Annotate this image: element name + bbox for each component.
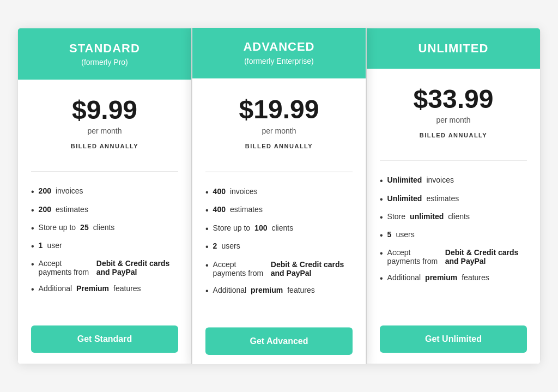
- plan-header-advanced: ADVANCED(formerly Enterprise): [192, 28, 366, 79]
- cta-button-advanced[interactable]: Get Advanced: [205, 327, 353, 355]
- feature-item-advanced-3: 2 users: [205, 238, 353, 256]
- cta-button-standard[interactable]: Get Standard: [31, 325, 178, 353]
- pricing-container: STANDARD(formerly Pro)$9.99per monthBILL…: [17, 28, 541, 365]
- price-section-standard: $9.99per monthBILLED ANNUALLY: [31, 96, 178, 150]
- plan-footer-standard: Get Standard: [18, 315, 191, 364]
- feature-item-standard-0: 200 invoices: [31, 183, 178, 201]
- feature-highlight-unlimited-4: Debit & Credit cards and PayPal: [445, 248, 527, 266]
- feature-item-unlimited-4: Accept payments from Debit & Credit card…: [380, 244, 527, 269]
- billing-label-advanced: BILLED ANNUALLY: [205, 142, 353, 149]
- price-section-unlimited: $33.99per monthBILLED ANNUALLY: [380, 85, 527, 139]
- feature-item-unlimited-0: Unlimited invoices: [380, 172, 527, 190]
- price-amount-standard: $9.99: [31, 96, 178, 125]
- plan-card-unlimited: UNLIMITED$33.99per monthBILLED ANNUALLYU…: [366, 28, 541, 365]
- plan-name-unlimited: UNLIMITED: [378, 41, 529, 56]
- feature-highlight-standard-5: Premium: [76, 284, 109, 293]
- feature-item-unlimited-5: Additional premium features: [380, 269, 527, 287]
- plan-header-standard: STANDARD(formerly Pro): [18, 28, 191, 80]
- plan-body-standard: $9.99per monthBILLED ANNUALLY200 invoice…: [18, 80, 191, 315]
- feature-highlight-advanced-5: premium: [251, 285, 283, 294]
- divider-standard: [31, 171, 178, 172]
- plan-footer-unlimited: Get Unlimited: [367, 315, 540, 364]
- feature-item-advanced-1: 400 estimates: [205, 201, 353, 220]
- plan-header-unlimited: UNLIMITED: [367, 28, 540, 69]
- feature-item-standard-5: Additional Premium features: [31, 280, 178, 298]
- feature-item-advanced-2: Store up to 100 clients: [205, 219, 353, 238]
- price-period-unlimited: per month: [380, 116, 527, 124]
- plan-name-standard: STANDARD: [29, 41, 180, 56]
- feature-highlight-advanced-3: 2: [213, 242, 217, 250]
- plan-name-advanced: ADVANCED: [203, 40, 355, 54]
- feature-highlight-unlimited-0: Unlimited: [387, 176, 422, 184]
- feature-highlight-advanced-2: 100: [254, 223, 267, 232]
- feature-highlight-advanced-1: 400: [213, 205, 226, 214]
- cta-button-unlimited[interactable]: Get Unlimited: [380, 325, 527, 353]
- feature-item-standard-4: Accept payments from Debit & Credit card…: [31, 255, 178, 280]
- features-list-advanced: 400 invoices400 estimatesStore up to 100…: [205, 183, 353, 299]
- feature-item-standard-3: 1 user: [31, 237, 178, 255]
- billing-label-standard: BILLED ANNUALLY: [31, 143, 178, 149]
- price-section-advanced: $19.99per monthBILLED ANNUALLY: [205, 95, 353, 149]
- price-amount-advanced: $19.99: [205, 95, 353, 124]
- feature-highlight-standard-4: Debit & Credit cards and PayPal: [96, 259, 178, 276]
- feature-item-advanced-5: Additional premium features: [205, 281, 353, 300]
- feature-highlight-advanced-4: Debit & Credit cards and PayPal: [271, 260, 353, 277]
- feature-highlight-unlimited-1: Unlimited: [387, 194, 422, 203]
- plan-subtitle-advanced: (formerly Enterprise): [203, 56, 355, 65]
- feature-highlight-unlimited-3: 5: [387, 230, 392, 239]
- plan-footer-advanced: Get Advanced: [192, 316, 366, 365]
- feature-highlight-unlimited-2: unlimited: [410, 212, 444, 221]
- feature-item-unlimited-1: Unlimited estimates: [380, 190, 527, 208]
- divider-unlimited: [380, 160, 527, 161]
- feature-highlight-unlimited-5: premium: [425, 273, 457, 282]
- price-amount-unlimited: $33.99: [380, 85, 527, 114]
- feature-highlight-standard-0: 200: [39, 186, 51, 195]
- feature-item-standard-2: Store up to 25 clients: [31, 219, 178, 237]
- feature-highlight-standard-1: 200: [39, 205, 51, 214]
- price-period-standard: per month: [31, 126, 178, 135]
- features-list-standard: 200 invoices200 estimatesStore up to 25 …: [31, 183, 178, 298]
- feature-highlight-standard-2: 25: [80, 223, 89, 232]
- features-list-unlimited: Unlimited invoicesUnlimited estimatesSto…: [380, 172, 527, 298]
- feature-item-standard-1: 200 estimates: [31, 201, 178, 219]
- plan-body-unlimited: $33.99per monthBILLED ANNUALLYUnlimited …: [367, 69, 540, 315]
- price-period-advanced: per month: [205, 126, 353, 135]
- feature-highlight-standard-3: 1: [39, 241, 43, 250]
- feature-item-advanced-0: 400 invoices: [205, 183, 353, 201]
- feature-highlight-advanced-0: 400: [213, 186, 226, 195]
- plan-body-advanced: $19.99per monthBILLED ANNUALLY400 invoic…: [192, 78, 366, 316]
- plan-card-standard: STANDARD(formerly Pro)$9.99per monthBILL…: [17, 28, 192, 365]
- feature-item-unlimited-2: Store unlimited clients: [380, 208, 527, 226]
- feature-item-unlimited-3: 5 users: [380, 226, 527, 244]
- feature-item-advanced-4: Accept payments from Debit & Credit card…: [205, 256, 353, 281]
- plan-card-advanced: ADVANCED(formerly Enterprise)$19.99per m…: [192, 28, 366, 365]
- plan-subtitle-standard: (formerly Pro): [29, 58, 180, 67]
- billing-label-unlimited: BILLED ANNUALLY: [380, 132, 527, 138]
- divider-advanced: [205, 171, 353, 172]
